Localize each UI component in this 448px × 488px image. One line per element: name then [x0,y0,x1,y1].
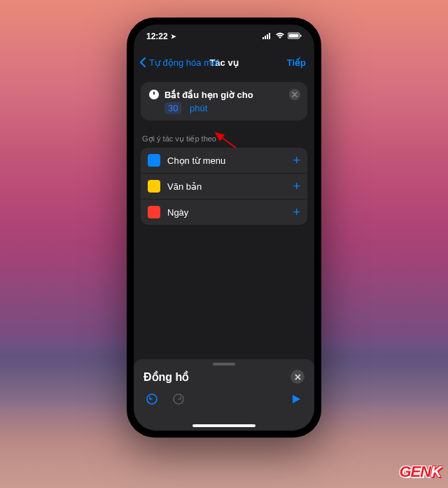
suggestion-date[interactable]: Ngày + [141,200,307,225]
chevron-left-icon [138,57,149,68]
back-label: Tự động hóa mới [149,57,219,68]
iphone-frame: 12:22 ➤ Tự động hóa mới Tác vụ [127,18,321,438]
play-button[interactable] [289,392,303,406]
date-icon [148,206,160,218]
cellular-icon [262,32,272,41]
suggestion-menu[interactable]: Chọn từ menu + [141,148,307,173]
redo-button[interactable] [172,392,186,406]
svg-rect-0 [262,37,264,39]
suggestion-text[interactable]: Văn bản + [141,174,307,199]
action-title: Bắt đầu hẹn giờ cho [164,89,253,102]
suggestions-header: Gợi ý tác vụ tiếp theo [142,134,306,144]
close-icon [295,374,301,380]
status-time: 12:22 [146,32,168,41]
timer-icon [149,90,159,99]
back-button[interactable]: Tự động hóa mới [138,57,219,68]
clear-action-button[interactable] [289,89,300,100]
battery-icon [288,32,302,41]
location-icon: ➤ [171,33,176,40]
svg-rect-3 [269,33,270,39]
duration-value[interactable]: 30 [164,102,181,114]
drawer-handle[interactable] [213,363,235,365]
action-card[interactable]: Bắt đầu hẹn giờ cho 30 phút [141,82,307,120]
svg-rect-1 [265,36,266,39]
drawer-title: Đồng hồ [144,370,189,384]
close-icon [292,92,298,97]
suggestions-list: Chọn từ menu + Văn bản + Ngày + [141,148,307,225]
menu-icon [148,154,160,167]
next-button[interactable]: Tiếp [287,57,306,68]
suggestion-label: Văn bản [167,181,286,192]
add-icon[interactable]: + [293,153,300,168]
bottom-drawer[interactable]: Đồng hồ [134,359,314,431]
svg-rect-5 [289,34,299,38]
undo-button[interactable] [145,392,159,406]
navigation-bar: Tự động hóa mới Tác vụ Tiếp [134,48,314,76]
play-icon [290,393,302,405]
suggestion-label: Ngày [167,207,286,218]
logo-part-2: K [430,463,441,480]
add-icon[interactable]: + [293,205,300,220]
redo-icon [172,393,185,405]
svg-rect-6 [300,35,302,37]
genk-logo: GENK [399,463,441,481]
drawer-close-button[interactable] [290,370,304,384]
status-bar: 12:22 ➤ [134,25,314,48]
svg-rect-2 [267,34,268,39]
home-indicator[interactable] [192,424,255,427]
wifi-icon [275,32,285,41]
text-icon [148,180,160,193]
logo-part-1: GEN [399,463,430,480]
phone-screen: 12:22 ➤ Tự động hóa mới Tác vụ [134,25,314,431]
add-icon[interactable]: + [293,179,300,194]
undo-icon [146,393,158,405]
duration-unit[interactable]: phút [190,103,207,113]
suggestion-label: Chọn từ menu [167,155,286,166]
